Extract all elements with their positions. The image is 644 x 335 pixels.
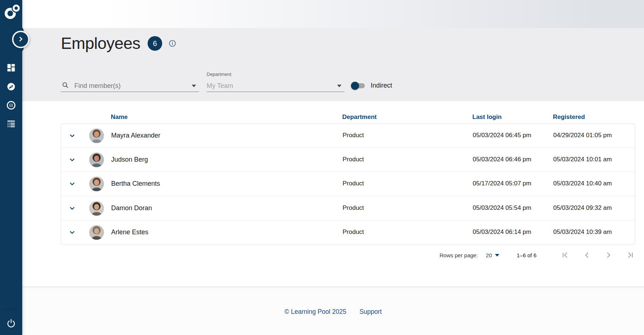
avatar-body	[92, 188, 101, 191]
table-row[interactable]: Bertha Clements Product 05/17/2024 05:07…	[61, 172, 635, 196]
page-footer: © Learning Pool 2025 Support	[22, 286, 644, 335]
avatar	[89, 177, 104, 191]
sidebar	[0, 0, 22, 335]
expand-row-chevron-icon[interactable]	[69, 180, 76, 188]
employee-last-login: 05/03/2024 05:54 pm	[473, 204, 531, 212]
avatar-body	[92, 212, 101, 216]
support-link[interactable]: Support	[359, 308, 382, 316]
column-header-name: Name	[111, 113, 128, 121]
column-header-registered: Registered	[553, 113, 585, 121]
employee-last-login: 05/17/2024 05:07 pm	[473, 180, 531, 187]
table-row[interactable]: Damon Doran Product 05/03/2024 05:54 pm …	[61, 196, 635, 220]
avatar	[89, 153, 104, 167]
pagination-bar: Rows per page: 20 1–6 of 6	[440, 251, 635, 259]
employees-table-section: Name Department Last login Registered Ma…	[22, 101, 644, 286]
next-page-icon[interactable]	[604, 251, 613, 259]
department-dropdown-caret-icon[interactable]	[337, 85, 341, 87]
last-page-icon[interactable]	[626, 251, 635, 259]
avatar-face	[94, 131, 99, 137]
toggle-thumb[interactable]	[351, 82, 359, 90]
employee-name: Mayra Alexander	[111, 132, 160, 139]
top-header-band	[22, 0, 644, 28]
expand-row-chevron-icon[interactable]	[69, 156, 76, 163]
page-title: Employees	[61, 34, 140, 53]
pagination-range: 1–6 of 6	[517, 252, 536, 258]
avatar-face	[94, 228, 99, 234]
pagination-buttons	[547, 251, 635, 259]
power-logout-icon[interactable]	[6, 318, 16, 328]
indirect-toggle[interactable]: Indirect	[352, 82, 392, 89]
employee-registered: 05/03/2024 10:39 am	[553, 228, 612, 236]
avatar-body	[92, 236, 101, 240]
employee-name: Damon Doran	[111, 204, 152, 212]
employee-registered: 05/03/2024 10:01 am	[553, 156, 612, 163]
apps-circle-icon[interactable]	[6, 100, 16, 110]
rows-per-page-caret-icon[interactable]	[495, 254, 499, 257]
employee-count-badge: 6	[148, 36, 162, 51]
dashboard-icon[interactable]	[6, 63, 16, 73]
copyright-link[interactable]: © Learning Pool 2025	[285, 308, 347, 316]
avatar-face	[94, 204, 99, 210]
employee-last-login: 05/03/2024 06:45 pm	[473, 132, 531, 139]
employee-registered: 05/03/2024 10:40 am	[553, 180, 612, 187]
previous-page-icon[interactable]	[582, 251, 591, 259]
indirect-toggle-label: Indirect	[371, 82, 392, 89]
employee-registered: 05/03/2024 09:32 am	[553, 204, 612, 212]
page-header-panel: Employees 6 Find member(s) Department	[22, 28, 644, 101]
avatar-body	[92, 139, 101, 143]
table-body: Mayra Alexander Product 05/03/2024 06:45…	[61, 124, 635, 244]
search-input[interactable]: Find member(s)	[61, 80, 199, 92]
info-icon[interactable]	[168, 39, 176, 47]
employee-name: Arlene Estes	[111, 228, 148, 236]
search-placeholder: Find member(s)	[74, 82, 121, 90]
employee-last-login: 05/03/2024 06:46 pm	[473, 156, 531, 163]
first-page-icon[interactable]	[561, 251, 569, 259]
employees-table: Mayra Alexander Product 05/03/2024 06:45…	[61, 123, 635, 245]
search-dropdown-caret-icon[interactable]	[192, 85, 196, 87]
employee-department: Product	[343, 132, 364, 139]
expand-row-chevron-icon[interactable]	[69, 132, 76, 139]
employee-last-login: 05/03/2024 06:14 pm	[473, 228, 531, 236]
rows-per-page-value[interactable]: 20	[486, 252, 492, 258]
avatar	[89, 225, 104, 240]
sidebar-divider	[3, 309, 19, 309]
column-header-department: Department	[342, 113, 376, 121]
employee-department: Product	[343, 180, 364, 187]
avatar	[89, 201, 104, 216]
table-row[interactable]: Arlene Estes Product 05/03/2024 06:14 pm…	[61, 220, 635, 244]
employee-department: Product	[343, 204, 364, 212]
employees-page: Employees 6 Find member(s) Department	[0, 0, 644, 335]
department-select[interactable]: My Team	[207, 80, 344, 92]
employee-department: Product	[343, 228, 364, 236]
column-header-last-login: Last login	[472, 113, 501, 121]
employee-name: Bertha Clements	[111, 180, 160, 188]
expand-row-chevron-icon[interactable]	[69, 229, 76, 236]
avatar	[89, 128, 104, 143]
avatar-body	[92, 163, 101, 167]
employee-registered: 04/29/2024 01:05 pm	[553, 132, 612, 139]
department-field-label: Department	[207, 72, 231, 77]
employee-department: Product	[343, 156, 364, 163]
pathways-list-icon[interactable]	[6, 119, 16, 129]
expand-row-chevron-icon[interactable]	[69, 205, 76, 212]
chevron-right-icon	[17, 35, 24, 44]
explore-compass-icon[interactable]	[6, 82, 16, 92]
rows-per-page-label: Rows per page:	[440, 252, 478, 258]
search-icon	[62, 81, 69, 91]
sidebar-expand-button[interactable]	[12, 31, 30, 48]
employee-name: Judson Berg	[111, 156, 148, 163]
toggle-track[interactable]	[352, 83, 365, 88]
table-row[interactable]: Judson Berg Product 05/03/2024 06:46 pm …	[61, 148, 635, 172]
table-row[interactable]: Mayra Alexander Product 05/03/2024 06:45…	[61, 124, 635, 148]
learning-pool-logo-icon[interactable]	[3, 3, 20, 20]
department-value: My Team	[207, 82, 233, 90]
